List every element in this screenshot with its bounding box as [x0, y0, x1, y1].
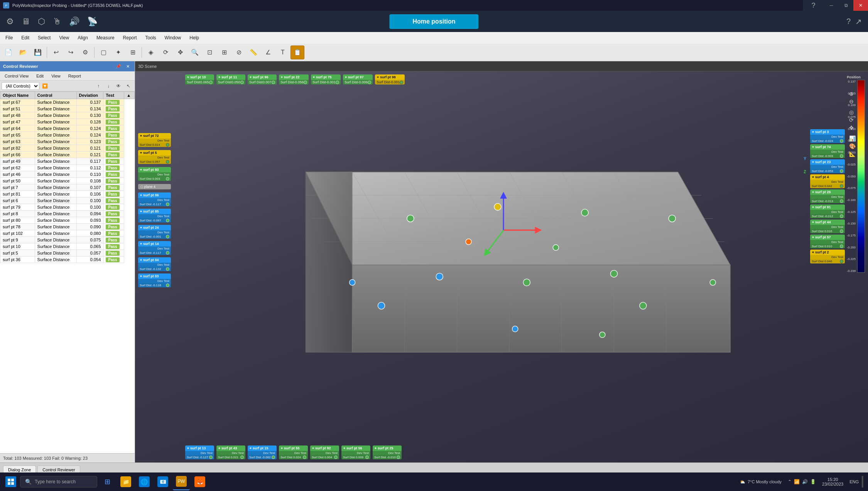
- tag-surf-pt-84[interactable]: ✦surf pt 84 Dev Test Surf Dist -0.132: [138, 257, 171, 271]
- scene-tb-6[interactable]: 📊: [849, 135, 856, 142]
- report-icon-btn[interactable]: 📋: [290, 46, 304, 59]
- zoom-box-btn[interactable]: ⊡: [203, 46, 216, 59]
- open-btn[interactable]: 📂: [16, 46, 30, 59]
- sort-asc-btn[interactable]: ↑: [94, 82, 103, 90]
- scene-tb-3[interactable]: ◎: [849, 109, 856, 115]
- tray-sound[interactable]: 🔊: [802, 479, 808, 484]
- scene-tb-1[interactable]: ⊕: [849, 91, 856, 97]
- table-row[interactable]: surf pt 81 Surface Distance 0.106 Pass: [0, 191, 135, 197]
- tag-surf-pt-93[interactable]: ✦surf pt 93 Dev Test Surf Dist 0.003: [138, 167, 171, 181]
- table-row[interactable]: surf pt 65 Surface Distance 0.124 Pass: [0, 132, 135, 138]
- tag-surf-pt-98[interactable]: ✦surf pt 98 Surf Dist-0.001: [375, 74, 405, 84]
- taskbar-explorer[interactable]: 📁: [117, 473, 134, 490]
- table-row[interactable]: surf pt 63 Surface Distance 0.123 Pass: [0, 138, 135, 145]
- panel-menu-view[interactable]: View: [48, 73, 64, 79]
- menu-window[interactable]: Window: [161, 34, 185, 42]
- table-row[interactable]: surf pt 8 Surface Distance 0.094 Pass: [0, 211, 135, 217]
- measure-btn[interactable]: 📏: [247, 46, 260, 59]
- tag-surf-pt-25[interactable]: ✦surf pt 25 Dev Test Surf Dist -0.010: [373, 445, 402, 459]
- tag-surf-pt-11[interactable]: ✦surf pt 11 Surf Dist0.050: [216, 74, 245, 84]
- 3d-model-svg[interactable]: [193, 102, 802, 416]
- menu-view[interactable]: View: [55, 34, 73, 42]
- mouse-icon[interactable]: 🖱: [53, 17, 61, 27]
- panel-menu-edit[interactable]: Edit: [33, 73, 47, 79]
- panel-menu-report[interactable]: Report: [65, 73, 84, 79]
- network-icon[interactable]: ⬡: [38, 17, 45, 27]
- tag-surf-pt-5[interactable]: ✦surf pt 5 Dev Test Surf Dist 0.057: [138, 150, 171, 164]
- tag-surf-pt-56[interactable]: ✦surf pt 56 Dev Test Surf Dist 0.009: [341, 445, 370, 459]
- table-row[interactable]: surf pt 47 Surface Distance 0.128 Pass: [0, 119, 135, 125]
- tray-battery[interactable]: 🔋: [810, 479, 816, 484]
- scene-tb-4[interactable]: ⟳: [849, 117, 856, 123]
- 3d-model-area[interactable]: [193, 102, 802, 416]
- taskbar-browser2[interactable]: 🦊: [191, 473, 208, 490]
- tag-surf-pt-57[interactable]: ✦surf pt 57 Dev Test Surf Dist 0.010: [810, 235, 845, 248]
- zoom-btn[interactable]: 🔍: [188, 46, 202, 59]
- menu-file[interactable]: File: [2, 34, 17, 42]
- tag-surf-pt-43[interactable]: ✦surf pt 43 Dev Test Surf Dist 0.021: [216, 445, 245, 459]
- tray-up-arrow[interactable]: ⌃: [788, 479, 792, 484]
- col-test[interactable]: Test: [103, 92, 124, 99]
- grid-btn[interactable]: ⊞: [126, 46, 140, 59]
- redo-btn[interactable]: ↪: [64, 46, 78, 59]
- table-row[interactable]: surf pt 66 Surface Distance 0.121 Pass: [0, 152, 135, 158]
- col-deviation[interactable]: Deviation: [76, 92, 103, 99]
- col-object-name[interactable]: Object Name: [0, 92, 35, 99]
- menu-align[interactable]: Align: [74, 34, 92, 42]
- speaker-icon[interactable]: 🔊: [69, 17, 79, 27]
- table-row[interactable]: surf pt 10 Surface Distance 0.065 Pass: [0, 243, 135, 250]
- tag-surf-pt-91[interactable]: ✦surf pt 91 Dev Test Surf Dist -0.012: [810, 204, 845, 218]
- table-row[interactable]: surf pt 48 Surface Distance 0.130 Pass: [0, 112, 135, 119]
- table-row[interactable]: surf pt 78 Surface Distance 0.090 Pass: [0, 224, 135, 230]
- tag-surf-pt-22[interactable]: ✦surf pt 22 Surf Dist-0.056: [279, 74, 309, 84]
- tag-surf-pt-23[interactable]: ✦surf pt 23 Dev Test Surf Dist -0.053: [810, 159, 845, 173]
- save-btn[interactable]: 💾: [31, 46, 45, 59]
- monitor-icon[interactable]: 🖥: [22, 17, 30, 27]
- eye-btn[interactable]: 👁: [114, 82, 123, 90]
- tag-surf-pt-55[interactable]: ✦surf pt 55 Dev Test Surf Dist 0.024: [279, 445, 308, 459]
- new-btn[interactable]: 📄: [2, 46, 15, 59]
- tag-surf-pt-74[interactable]: ✦surf pt 74 Dev Test Surf Dist -0.003: [810, 144, 845, 158]
- undo-btn[interactable]: ↩: [49, 46, 63, 59]
- taskbar-edge[interactable]: 🌐: [136, 473, 153, 490]
- restore-btn[interactable]: ⧉: [839, 0, 853, 11]
- gear-icon[interactable]: ⚙: [6, 17, 14, 27]
- tag-plane-4[interactable]: ⬡ plane 4: [138, 184, 171, 189]
- menu-tools[interactable]: Tools: [142, 34, 160, 42]
- tray-wifi[interactable]: 📶: [794, 479, 800, 484]
- tag-surf-pt-14[interactable]: ✦surf pt 14 Dev Test Surf Dist -0.117: [138, 241, 171, 255]
- table-row[interactable]: surf pt 46 Surface Distance 0.110 Pass: [0, 171, 135, 178]
- tag-surf-pt-3[interactable]: ✦surf pt 3 Dev Test Surf Dist -0.024: [810, 129, 845, 143]
- home-position-btn[interactable]: Home position: [389, 14, 478, 29]
- tag-surf-pt-15[interactable]: ✦surf pt 15 Dev Test Surf Dist -0.082: [248, 445, 277, 459]
- minimize-btn[interactable]: ─: [824, 0, 839, 11]
- tag-surf-pt-4[interactable]: ✦surf pt 4 Dev Test Surf Dist 0.042: [810, 174, 845, 188]
- tag-surf-pt-24[interactable]: ✦surf pt 24 Dev Test Surf Dist -0.001: [138, 225, 171, 239]
- table-row[interactable]: surf pt 49 Surface Distance 0.117 Pass: [0, 158, 135, 165]
- tag-surf-pt-83[interactable]: ✦surf pt 83 Dev Test Surf Dist -0.116: [138, 273, 171, 287]
- lang-indicator[interactable]: ENG: [849, 479, 859, 484]
- table-row[interactable]: surf pt 5 Surface Distance 0.057 Pass: [0, 250, 135, 256]
- scene-tb-7[interactable]: 🎨: [849, 143, 856, 149]
- point-btn[interactable]: ✦: [111, 46, 125, 59]
- start-button[interactable]: [3, 474, 19, 489]
- table-row[interactable]: surf pt 9 Surface Distance 0.075 Pass: [0, 237, 135, 243]
- show-desktop-btn[interactable]: [862, 474, 865, 489]
- table-row[interactable]: surf pt 36 Surface Distance 0.054 Pass: [0, 256, 135, 263]
- filter-btn[interactable]: 🔽: [40, 82, 49, 90]
- taskbar-polyworks[interactable]: PW: [173, 473, 190, 490]
- text-btn[interactable]: T: [276, 46, 290, 59]
- table-row[interactable]: surf pt 7 Surface Distance 0.107 Pass: [0, 184, 135, 191]
- table-row[interactable]: surf pt 64 Surface Distance 0.124 Pass: [0, 125, 135, 132]
- table-row[interactable]: surf pt 79 Surface Distance 0.100 Pass: [0, 204, 135, 211]
- tag-surf-pt-92[interactable]: ✦surf pt 92 Dev Test Surf Dist 0.004: [310, 445, 339, 459]
- table-row[interactable]: surf pt 51 Surface Distance 0.134 Pass: [0, 106, 135, 112]
- section-btn[interactable]: ⊘: [232, 46, 246, 59]
- menu-help[interactable]: Help: [186, 34, 203, 42]
- table-row[interactable]: surf pt 102 Surface Distance 0.080 Pass: [0, 230, 135, 237]
- tag-surf-pt-10[interactable]: ✦ surf pt 10 Surf Dist0.065: [185, 74, 214, 84]
- scene-tb-2[interactable]: ⊖: [849, 98, 856, 105]
- table-row[interactable]: surf pt 62 Surface Distance 0.112 Pass: [0, 165, 135, 171]
- menu-select[interactable]: Select: [34, 34, 54, 42]
- table-row[interactable]: surf pt 50 Surface Distance 0.108 Pass: [0, 178, 135, 184]
